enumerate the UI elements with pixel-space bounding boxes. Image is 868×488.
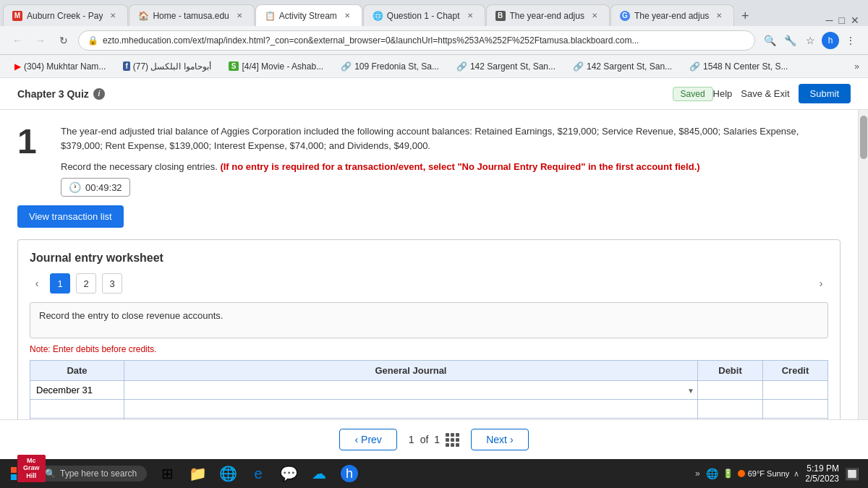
grid-view-icon[interactable] <box>446 433 459 447</box>
taskbar-app-5-icon: 💬 <box>280 465 298 482</box>
search-icon[interactable]: 🔍 <box>761 32 778 49</box>
taskbar-search-bar[interactable]: 🔍 Type here to search <box>35 466 147 481</box>
tab-1-close[interactable]: ✕ <box>107 10 119 22</box>
bookmark-2[interactable]: f أبوحاموا البلكسل (77) <box>117 60 216 73</box>
worksheet-tab-2[interactable]: 2 <box>76 273 96 294</box>
instruction-normal: Record the necessary closing entries. <box>61 161 218 172</box>
bookmark-1-label: (304) Mukhtar Nam... <box>24 61 106 72</box>
close-window-button[interactable]: ✕ <box>851 14 859 26</box>
worksheet-container: Journal entry worksheet ‹ 1 2 3 › Record… <box>17 239 841 419</box>
table-row-1: December 31 ▼ <box>30 381 828 400</box>
entry-input-2[interactable] <box>130 403 692 414</box>
entry-cell-3[interactable] <box>124 419 698 420</box>
prev-button[interactable]: ‹ Prev <box>339 429 396 450</box>
refresh-button[interactable]: ↻ <box>55 32 72 49</box>
tab-3[interactable]: 📋 Activity Stream ✕ <box>255 4 362 26</box>
svg-rect-0 <box>11 467 17 473</box>
taskbar-app-3[interactable]: 🌐 <box>213 459 242 488</box>
save-exit-button[interactable]: Save & Exit <box>741 88 789 99</box>
tab-bar: M Auburn Creek - Pay ✕ 🏠 Home - tamusa.e… <box>0 0 868 26</box>
url-bar[interactable]: 🔒 ezto.mheducation.com/ext/map/index.htm… <box>78 30 755 51</box>
debit-cell-1[interactable] <box>698 381 763 400</box>
bookmark-2-label: أبوحاموا البلكسل (77) <box>133 61 211 72</box>
extensions-icon[interactable]: 🔧 <box>781 32 799 49</box>
tab-6-icon: G <box>620 11 630 21</box>
credit-input-2[interactable] <box>769 403 822 414</box>
help-link[interactable]: Help <box>713 88 733 99</box>
network-icon[interactable]: 🌐 <box>706 468 718 479</box>
info-icon[interactable]: i <box>93 88 105 100</box>
notification-icon[interactable]: 🔲 <box>845 467 859 481</box>
entry-cell-1[interactable]: ▼ <box>124 381 698 400</box>
bookmark-3[interactable]: S [4/4] Movie - Ashab... <box>223 60 329 73</box>
tab-6[interactable]: G The year-end adjus ✕ <box>610 4 734 26</box>
time-block: 5:19 PM 2/5/2023 <box>805 463 839 484</box>
back-button[interactable]: ← <box>9 32 26 49</box>
tab-2-icon: 🏠 <box>138 11 148 21</box>
favorites-icon[interactable]: ☆ <box>801 32 819 49</box>
bookmark-6[interactable]: 🔗 142 Sargent St, San... <box>567 60 678 73</box>
minimize-button[interactable]: ─ <box>826 14 833 26</box>
keyboard-layout-icon[interactable]: ∧ <box>793 469 799 479</box>
taskbar-app-5[interactable]: 💬 <box>274 459 303 488</box>
taskbar-app-6[interactable]: ☁ <box>305 459 333 488</box>
bookmark-5[interactable]: 🔗 142 Sargent St, San... <box>451 60 561 73</box>
tab-prev-nav[interactable]: ‹ <box>30 276 44 291</box>
profile-icon[interactable]: h <box>822 32 839 49</box>
debit-input-1[interactable] <box>704 385 757 395</box>
chapter-title: Chapter 3 Quiz i <box>17 88 673 100</box>
entry-cell-2[interactable] <box>124 400 698 419</box>
prev-chevron-icon: ‹ <box>354 434 358 445</box>
credit-input-1[interactable] <box>769 385 822 395</box>
taskbar-app-4-icon: e <box>255 466 263 482</box>
credit-cell-1[interactable] <box>763 381 828 400</box>
tab-5[interactable]: B The year-end adjus ✕ <box>486 4 610 26</box>
bookmarks-more[interactable]: » <box>854 61 859 72</box>
debit-cell-2[interactable] <box>698 400 763 419</box>
taskbar-app-4[interactable]: e <box>244 459 273 488</box>
bookmark-7[interactable]: 🔗 1548 N Center St, S... <box>684 60 793 73</box>
bookmark-4[interactable]: 🔗 109 Fredonia St, Sa... <box>335 60 445 73</box>
tab-2[interactable]: 🏠 Home - tamusa.edu ✕ <box>129 4 254 26</box>
view-transaction-button[interactable]: View transaction list <box>17 205 124 228</box>
tab-3-close[interactable]: ✕ <box>341 10 353 22</box>
tab-1[interactable]: M Auburn Creek - Pay ✕ <box>3 4 128 26</box>
worksheet-tab-1[interactable]: 1 <box>50 273 70 294</box>
taskbar-expand-icon[interactable]: » <box>695 468 700 479</box>
bookmark-1[interactable]: ▶ (304) Mukhtar Nam... <box>9 60 111 73</box>
worksheet-title: Journal entry worksheet <box>30 252 828 265</box>
tab-4-close[interactable]: ✕ <box>464 10 476 22</box>
bottom-nav: Mc Graw Hill ‹ Prev 1 of 1 Next › <box>0 419 868 459</box>
submit-button[interactable]: Submit <box>799 84 851 103</box>
maximize-button[interactable]: □ <box>839 14 845 26</box>
taskbar-app-7[interactable]: h <box>335 459 364 488</box>
timer-display: 00:49:32 <box>85 182 122 193</box>
content-area: 1 The year-end adjusted trial balance of… <box>0 110 858 419</box>
taskbar-app-1[interactable]: ⊞ <box>153 459 182 488</box>
worksheet-tab-3[interactable]: 3 <box>102 273 122 294</box>
taskbar-app-6-icon: ☁ <box>312 465 326 482</box>
menu-icon[interactable]: ⋮ <box>842 32 859 49</box>
header-date: Date <box>30 361 124 381</box>
taskbar-app-2[interactable]: 📁 <box>183 459 212 488</box>
forward-button[interactable]: → <box>32 32 49 49</box>
tab-5-title: The year-end adjus <box>510 11 584 21</box>
debit-input-2[interactable] <box>704 403 757 414</box>
note-text: Note: Enter debits before credits. <box>30 344 828 354</box>
tab-6-close[interactable]: ✕ <box>713 10 725 22</box>
tab-2-close[interactable]: ✕ <box>234 10 245 22</box>
tab-5-close[interactable]: ✕ <box>589 10 600 22</box>
taskbar-search-icon: 🔍 <box>45 468 56 479</box>
bookmark-6-label: 142 Sargent St, San... <box>587 61 672 72</box>
new-tab-button[interactable]: + <box>735 6 755 26</box>
system-icons: 🌐 🔋 69°F Sunny ∧ <box>706 468 800 479</box>
tab-next-nav[interactable]: › <box>814 276 828 291</box>
battery-icon[interactable]: 🔋 <box>723 468 733 479</box>
tab-1-icon: M <box>12 11 22 21</box>
scrollbar-thumb[interactable] <box>860 116 867 159</box>
credit-cell-2[interactable] <box>763 400 828 419</box>
tab-4[interactable]: 🌐 Question 1 - Chapt ✕ <box>363 4 485 26</box>
scrollbar[interactable] <box>858 110 868 419</box>
entry-input-1[interactable] <box>130 385 692 395</box>
next-button[interactable]: Next › <box>471 429 528 450</box>
